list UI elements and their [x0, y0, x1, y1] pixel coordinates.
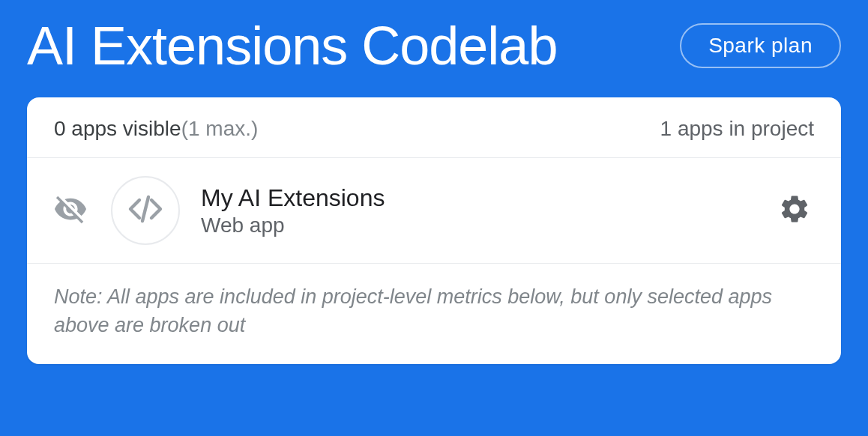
app-name: My AI Extensions	[201, 184, 775, 212]
code-icon	[127, 191, 163, 230]
eye-off-icon	[53, 192, 88, 229]
apps-card: 0 apps visible(1 max.) 1 apps in project…	[27, 97, 841, 364]
gear-icon	[778, 193, 811, 228]
app-info: My AI Extensions Web app	[201, 184, 775, 237]
visibility-toggle[interactable]	[49, 190, 91, 231]
app-settings-button[interactable]	[775, 191, 814, 230]
apps-visible-count: 0 apps visible	[54, 117, 181, 140]
app-type: Web app	[201, 214, 775, 237]
page-header: AI Extensions Codelab Spark plan	[0, 0, 868, 97]
apps-in-project-label: 1 apps in project	[660, 117, 814, 141]
metrics-note: Note: All apps are included in project-l…	[27, 264, 841, 364]
apps-max-text: (1 max.)	[181, 117, 259, 140]
app-platform-icon-circle	[111, 176, 180, 245]
plan-button[interactable]: Spark plan	[680, 23, 841, 68]
app-row: My AI Extensions Web app	[27, 158, 841, 264]
card-header: 0 apps visible(1 max.) 1 apps in project	[27, 97, 841, 158]
apps-visible-label: 0 apps visible(1 max.)	[54, 117, 258, 141]
svg-line-0	[142, 197, 148, 221]
page-title: AI Extensions Codelab	[27, 15, 557, 76]
